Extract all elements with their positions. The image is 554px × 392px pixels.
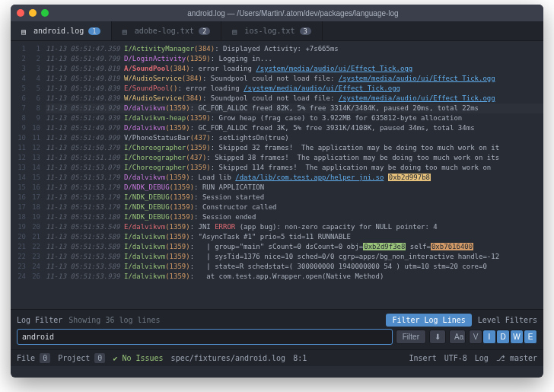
log-line[interactable]: 11-13 05:51:53.079 I/Choreographer(1359)…	[46, 163, 543, 173]
tab-badge: 1	[88, 27, 100, 35]
log-line[interactable]: 11-13 05:51:53.589 I/dalvikvm(1359): | s…	[46, 262, 543, 272]
editor-area[interactable]: 123456789101112131415161718192021222324 …	[11, 41, 543, 309]
log-line[interactable]: 11-13 05:51:53.179 I/NDK_DEBUG(1359): Co…	[46, 202, 543, 212]
log-line[interactable]: 11-13 05:51:50.379 I/Choreographer(1359)…	[46, 143, 543, 153]
log-line[interactable]: 11-13 05:51:49.819 W/AudioService(384): …	[46, 74, 543, 84]
gutter-secondary: 1234568910111213141516171819202122232426	[29, 41, 43, 309]
minimize-icon[interactable]	[29, 9, 37, 17]
titlebar: android.log — /Users/Martin/.atom/dev/pa…	[11, 5, 543, 21]
close-icon[interactable]	[17, 9, 24, 17]
editor-window: android.log — /Users/Martin/.atom/dev/pa…	[11, 5, 543, 378]
log-line[interactable]: 11-13 05:51:53.179 I/NDK_DEBUG(1359): Se…	[46, 193, 543, 202]
log-line[interactable]: 11-13 05:51:53.589 I/dalvikvm(1359): | g…	[46, 242, 543, 252]
sb-file[interactable]: File 0	[17, 354, 50, 362]
tab-android-log[interactable]: ▤android.log1	[11, 21, 112, 40]
tab-badge: 2	[199, 27, 210, 35]
level-filter-I[interactable]: I	[482, 330, 496, 344]
log-line[interactable]: 11-13 05:51:51.109 I/Choreographer(437):…	[46, 153, 543, 163]
log-line[interactable]: 11-13 05:51:53.589 I/dalvikvm(1359): | s…	[46, 252, 543, 262]
sb-cursor[interactable]: 8:1	[293, 354, 307, 362]
statusbar: File 0 Project 0 ✔ No Issues spec/fixtur…	[11, 349, 543, 366]
level-filter-E[interactable]: E	[524, 330, 537, 344]
case-sensitive-toggle[interactable]: Aa	[449, 330, 466, 344]
log-line[interactable]: 11-13 05:51:49.839 E/SoundPool(): error …	[46, 84, 543, 94]
log-line[interactable]: 11-13 05:51:53.179 D/dalvikvm(1359): Loa…	[46, 173, 543, 183]
log-line[interactable]: 11-13 05:51:49.929 D/dalvikvm(1359): GC_…	[46, 104, 543, 113]
log-line[interactable]: 11-13 05:51:49.839 W/AudioService(384): …	[46, 94, 543, 104]
level-filter-V[interactable]: V	[469, 330, 482, 344]
sb-path[interactable]: spec/fixtures/android.log	[171, 354, 286, 362]
log-line[interactable]: 11-13 05:51:53.549 E/dalvikvm(1359): JNI…	[46, 222, 543, 232]
tab-label: adobe-log.txt	[135, 27, 194, 35]
level-filters-label: Level Filters	[478, 316, 537, 324]
sb-encoding[interactable]: UTF-8	[444, 354, 467, 362]
log-line[interactable]: 11-13 05:51:53.589 I/dalvikvm(1359): "As…	[46, 232, 543, 242]
tab-label: android.log	[33, 27, 84, 35]
window-title: android.log — /Users/Martin/.atom/dev/pa…	[49, 9, 537, 18]
download-icon[interactable]: ⬇	[429, 330, 446, 344]
sb-branch[interactable]: ⎇ master	[496, 354, 537, 362]
filter-input[interactable]	[17, 329, 393, 345]
tab-label: ios-log.txt	[244, 27, 295, 35]
tab-ios-log-txt[interactable]: ▤ios-log.txt3	[221, 21, 323, 40]
tab-adobe-log-txt[interactable]: ▤adobe-log.txt2	[112, 21, 222, 40]
sb-issues[interactable]: ✔ No Issues	[113, 354, 163, 362]
gutter-linenum: 123456789101112131415161718192021222324	[11, 41, 29, 309]
file-icon: ▤	[232, 27, 240, 35]
log-line[interactable]: 11-13 05:51:53.939 I/dalvikvm(1359): at …	[46, 272, 543, 282]
tab-badge: 3	[300, 27, 311, 35]
log-line[interactable]: 11-13 05:51:49.939 I/dalvikvm-heap(1359)…	[46, 113, 543, 123]
filter-title: Log Filter	[17, 316, 62, 324]
log-line[interactable]: 11-13 05:51:53.189 I/NDK_DEBUG(1359): Se…	[46, 212, 543, 222]
log-line[interactable]: 11-13 05:51:49.979 D/dalvikvm(1359): GC_…	[46, 123, 543, 133]
log-line[interactable]: 11-13 05:51:53.179 D/NDK_DEBUG(1359): RU…	[46, 183, 543, 193]
sb-project[interactable]: Project 0	[58, 354, 105, 362]
filter-tooltip: Filter Log Lines	[386, 314, 471, 327]
filter-button[interactable]: Filter	[396, 330, 426, 344]
level-filter-W[interactable]: W	[510, 330, 524, 344]
log-filter-panel: Log Filter Showing 36 log lines Filter L…	[11, 309, 543, 349]
code-lines[interactable]: 11-13 05:51:47.359 I/ActivityManager(384…	[43, 41, 543, 309]
tab-bar: ▤android.log1▤adobe-log.txt2▤ios-log.txt…	[11, 21, 543, 41]
file-icon: ▤	[123, 27, 130, 35]
filter-count: Showing 36 log lines	[68, 316, 160, 324]
log-line[interactable]: 11-13 05:51:49.799 D/LoginActivity(1359)…	[46, 54, 543, 64]
zoom-icon[interactable]	[41, 9, 49, 17]
log-line[interactable]: 11-13 05:51:49.819 A/SoundPool(384): err…	[46, 64, 543, 74]
sb-grammar[interactable]: Log	[475, 354, 489, 362]
sb-insert[interactable]: Insert	[409, 354, 437, 362]
level-filter-D[interactable]: D	[496, 330, 510, 344]
log-line[interactable]: 11-13 05:51:49.999 V/PhoneStatusBar(437)…	[46, 133, 543, 143]
file-icon: ▤	[21, 27, 29, 35]
log-line[interactable]: 11-13 05:51:47.359 I/ActivityManager(384…	[46, 44, 543, 54]
